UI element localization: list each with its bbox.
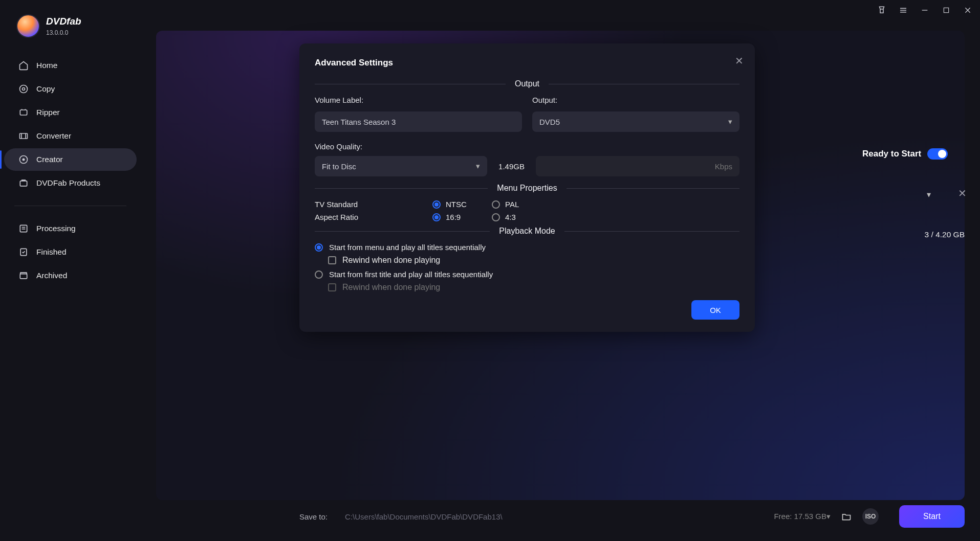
bottom-bar: Save to: C:\Users\fab\Documents\DVDFab\D… (299, 505, 965, 528)
nav-creator[interactable]: Creator (4, 148, 137, 171)
nav-label: Processing (36, 224, 76, 233)
free-space: Free: 17.53 GB▾ (774, 512, 831, 521)
nav-label: Copy (36, 84, 55, 94)
minimize-button[interactable] (920, 5, 930, 15)
quality-label: Video Quality: (315, 142, 739, 151)
chevron-down-icon[interactable]: ▾ (925, 190, 931, 199)
app-logo-icon (16, 14, 40, 38)
volume-label: Volume Label: (315, 96, 522, 104)
window-controls (877, 5, 973, 15)
start-button[interactable]: Start (899, 505, 965, 528)
playback-opt2-radio[interactable] (315, 270, 323, 279)
section-menu: Menu Properties (497, 184, 557, 193)
menu-icon[interactable] (898, 5, 908, 15)
nav-processing[interactable]: Processing (4, 217, 137, 240)
nav-label: DVDFab Products (36, 178, 100, 188)
svg-point-1 (23, 88, 25, 91)
aspect-16-9-radio[interactable] (432, 213, 441, 221)
copy-icon (18, 84, 29, 94)
aspect-16-9-label: 16:9 (446, 213, 461, 221)
svg-rect-2 (20, 110, 27, 115)
archived-icon (18, 270, 29, 281)
aspect-4-3-radio[interactable] (492, 213, 500, 221)
nav-label: Ripper (36, 108, 60, 117)
ready-panel: Ready to Start ▾ ✕ 3 / 4.20 GB (862, 148, 965, 239)
ripper-icon (18, 107, 29, 118)
pal-radio[interactable] (492, 200, 500, 209)
sidebar: DVDfab 13.0.0.0 Home Copy Ripper Convert… (0, 0, 141, 541)
nav-ripper[interactable]: Ripper (4, 101, 137, 124)
nav-label: Archived (36, 271, 67, 280)
nav-copy[interactable]: Copy (4, 78, 137, 100)
nav-label: Finished (36, 247, 67, 257)
folder-icon[interactable] (841, 511, 852, 522)
ok-button[interactable]: OK (691, 300, 739, 320)
chevron-down-icon: ▾ (476, 162, 480, 171)
ntsc-radio[interactable] (432, 200, 441, 209)
volume-input[interactable]: Teen Titans Season 3 (315, 111, 522, 132)
aspect-4-3-label: 4:3 (505, 213, 516, 221)
main-area: Ready to Start ▾ ✕ 3 / 4.20 GB Advanced … (141, 0, 980, 541)
modal-close-button[interactable]: ✕ (735, 55, 744, 67)
ntsc-label: NTSC (446, 200, 467, 209)
finished-icon (18, 247, 29, 257)
close-button[interactable] (963, 5, 973, 15)
nav-label: Home (36, 61, 57, 70)
chevron-down-icon: ▾ (728, 117, 732, 126)
app-logo-block: DVDfab 13.0.0.0 (0, 9, 141, 53)
size-total: / 4.20 GB (931, 230, 965, 239)
svg-rect-8 (20, 181, 27, 186)
nav-divider (14, 206, 126, 206)
output-label: Output: (532, 96, 739, 104)
playback-opt2-label: Start from first title and play all titl… (329, 270, 493, 279)
output-size: 1.49GB (493, 162, 530, 171)
products-icon (18, 178, 29, 188)
svg-point-7 (23, 159, 25, 161)
svg-point-0 (20, 85, 28, 93)
processing-icon (18, 223, 29, 234)
rewind1-checkbox[interactable] (328, 256, 336, 264)
app-name: DVDfab (46, 16, 81, 27)
rewind1-label: Rewind when done playing (342, 256, 440, 265)
theme-icon[interactable] (877, 5, 887, 15)
maximize-button[interactable] (941, 5, 951, 15)
svg-rect-18 (944, 8, 948, 12)
bitrate-input[interactable] (536, 156, 739, 176)
app-version: 13.0.0.0 (46, 29, 81, 36)
nav-products[interactable]: DVDFab Products (4, 172, 137, 194)
modal-title: Advanced Settings (315, 58, 739, 68)
nav-finished[interactable]: Finished (4, 241, 137, 263)
section-playback: Playback Mode (499, 227, 555, 236)
save-path: C:\Users\fab\Documents\DVDFab\DVDFab13\ (345, 512, 764, 521)
close-icon[interactable]: ✕ (958, 187, 967, 199)
section-output: Output (515, 79, 539, 88)
size-used: 3 (925, 230, 929, 239)
creator-icon (18, 154, 29, 165)
advanced-settings-modal: Advanced Settings ✕ Output Volume Label:… (299, 43, 755, 332)
quality-select[interactable]: Fit to Disc▾ (315, 156, 487, 176)
aspect-ratio-label: Aspect Ratio (315, 213, 432, 221)
tv-standard-label: TV Standard (315, 200, 432, 209)
nav-label: Creator (36, 155, 63, 164)
playback-opt1-radio[interactable] (315, 243, 323, 252)
svg-rect-3 (20, 133, 28, 139)
converter-icon (18, 131, 29, 141)
home-icon (18, 60, 29, 71)
nav-home[interactable]: Home (4, 54, 137, 77)
nav-label: Converter (36, 131, 71, 141)
rewind2-checkbox (328, 283, 336, 291)
iso-button[interactable]: ISO (862, 508, 879, 525)
nav-archived[interactable]: Archived (4, 264, 137, 287)
playback-opt1-label: Start from menu and play all titles sequ… (329, 243, 486, 252)
ready-toggle[interactable] (927, 148, 948, 160)
pal-label: PAL (505, 200, 519, 209)
ready-label: Ready to Start (862, 149, 921, 159)
nav-converter[interactable]: Converter (4, 125, 137, 147)
chevron-down-icon[interactable]: ▾ (826, 512, 831, 521)
save-to-label: Save to: (299, 512, 328, 521)
svg-rect-13 (20, 274, 27, 279)
rewind2-label: Rewind when done playing (342, 283, 440, 292)
output-select[interactable]: DVD5▾ (532, 111, 739, 132)
